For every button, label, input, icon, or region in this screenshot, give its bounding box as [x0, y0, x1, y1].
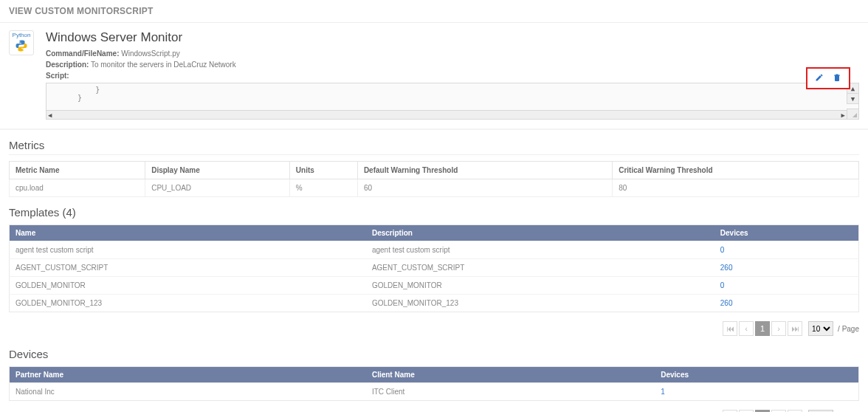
col-name[interactable]: Name	[10, 225, 366, 241]
command-value: WindowsScript.py	[121, 49, 179, 58]
devices-pagination: ⏮ ‹ 1 › ⏭ 10 / Page	[0, 404, 868, 412]
table-row: GOLDEN_MONITORGOLDEN_MONITOR0	[10, 277, 859, 295]
cell-client: ITC Client	[366, 383, 655, 401]
page-next-button[interactable]: ›	[771, 321, 786, 336]
col-devices[interactable]: Devices	[655, 367, 858, 383]
page-current[interactable]: 1	[755, 321, 770, 336]
devices-title: Devices	[9, 348, 859, 360]
templates-title: Templates (4)	[9, 206, 859, 219]
description-value: To monitor the servers in DeLaCruz Netwo…	[91, 61, 236, 69]
metrics-section: Metrics Metric Name Display Name Units D…	[0, 133, 868, 200]
cell-devices: 260	[714, 295, 859, 312]
templates-section: Templates (4) Name Description Devices a…	[0, 200, 868, 315]
delete-button[interactable]	[833, 73, 841, 83]
templates-pagination: ⏮ ‹ 1 › ⏭ 10 / Page	[0, 315, 868, 342]
device-count-link[interactable]: 0	[720, 281, 725, 289]
cell-name: agent test custom script	[10, 241, 366, 259]
table-row: National Inc ITC Client 1	[10, 383, 859, 401]
per-page-label: / Page	[838, 325, 859, 333]
table-row: GOLDEN_MONITOR_123GOLDEN_MONITOR_123260	[10, 295, 859, 312]
cell-name: AGENT_CUSTOM_SCRIPT	[10, 259, 366, 277]
cell-devices: 1	[655, 383, 858, 401]
cell-devices: 260	[714, 259, 859, 277]
cell-description: GOLDEN_MONITOR	[366, 277, 714, 295]
metrics-title: Metrics	[9, 139, 859, 155]
script-label: Script:	[46, 72, 69, 80]
resize-handle[interactable]	[847, 109, 858, 119]
script-textarea[interactable]: } } ▲ ▼ ◀▶	[46, 83, 859, 120]
cell-devices: 0	[714, 277, 859, 295]
device-count-link[interactable]: 260	[720, 264, 733, 272]
edit-button[interactable]	[815, 73, 824, 83]
page-prev-button[interactable]: ‹	[739, 321, 754, 336]
table-row: AGENT_CUSTOM_SCRIPTAGENT_CUSTOM_SCRIPT26…	[10, 259, 859, 277]
cell-display-name: CPU_LOAD	[145, 179, 290, 197]
cell-partner: National Inc	[10, 383, 366, 401]
cell-units: %	[289, 179, 357, 197]
cell-description: AGENT_CUSTOM_SCRIPT	[366, 259, 714, 277]
action-highlight	[806, 67, 850, 89]
table-row: agent test custom scriptagent test custo…	[10, 241, 859, 259]
col-client[interactable]: Client Name	[366, 367, 655, 383]
pencil-icon	[815, 73, 824, 82]
python-badge: Python	[9, 30, 34, 55]
col-description[interactable]: Description	[366, 225, 714, 241]
monitor-summary: Python Windows Server Monitor Command/Fi…	[0, 23, 868, 127]
templates-table: Name Description Devices agent test cust…	[9, 224, 859, 312]
device-count-link[interactable]: 260	[720, 299, 733, 307]
command-row: Command/FileName: WindowsScript.py	[46, 49, 859, 58]
horizontal-scrollbar[interactable]: ◀▶	[46, 110, 847, 119]
description-label: Description:	[46, 61, 89, 69]
cell-description: GOLDEN_MONITOR_123	[366, 295, 714, 312]
cell-crit: 80	[613, 179, 859, 197]
monitor-info: Windows Server Monitor Command/FileName:…	[46, 30, 859, 120]
cell-name: GOLDEN_MONITOR_123	[10, 295, 366, 312]
script-label-row: Script:	[46, 72, 859, 80]
page-first-button[interactable]: ⏮	[723, 321, 737, 336]
col-crit[interactable]: Critical Warning Threshold	[613, 162, 859, 179]
python-icon	[15, 39, 28, 52]
cell-metric-name: cpu.load	[10, 179, 145, 197]
trash-icon	[833, 73, 841, 82]
script-body: } }	[64, 86, 845, 102]
cell-name: GOLDEN_MONITOR	[10, 277, 366, 295]
cell-devices: 0	[714, 241, 859, 259]
devices-table: Partner Name Client Name Devices Nationa…	[9, 366, 859, 401]
page-title: VIEW CUSTOM MONITORSCRIPT	[0, 0, 868, 23]
device-count-link[interactable]: 1	[661, 388, 665, 396]
scroll-down-button[interactable]: ▼	[847, 94, 858, 104]
monitor-title: Windows Server Monitor	[46, 30, 859, 45]
description-row: Description: To monitor the servers in D…	[46, 61, 859, 69]
cell-description: agent test custom script	[366, 241, 714, 259]
cell-warn: 60	[357, 179, 612, 197]
command-label: Command/FileName:	[46, 49, 119, 58]
col-warn[interactable]: Default Warning Threshold	[357, 162, 612, 179]
page-size-select[interactable]: 10	[808, 321, 833, 336]
col-devices[interactable]: Devices	[714, 225, 859, 241]
col-display-name[interactable]: Display Name	[145, 162, 290, 179]
col-metric-name[interactable]: Metric Name	[10, 162, 145, 179]
metrics-table: Metric Name Display Name Units Default W…	[9, 161, 859, 197]
devices-section: Devices Partner Name Client Name Devices…	[0, 342, 868, 404]
page-last-button[interactable]: ⏭	[788, 321, 802, 336]
col-partner[interactable]: Partner Name	[10, 367, 366, 383]
python-label: Python	[13, 32, 31, 38]
table-row: cpu.load CPU_LOAD % 60 80	[10, 179, 859, 197]
device-count-link[interactable]: 0	[720, 246, 725, 254]
col-units[interactable]: Units	[289, 162, 357, 179]
